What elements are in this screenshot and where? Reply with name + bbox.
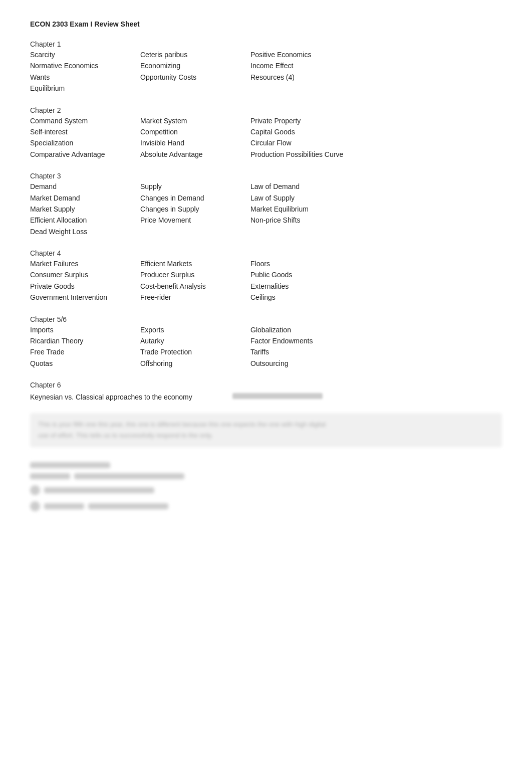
chapter-2-heading: Chapter 2 bbox=[30, 106, 502, 114]
chapter-56-section: Chapter 5/6 Imports Ricardian Theory Fre… bbox=[30, 315, 502, 369]
term: Self-interest bbox=[30, 126, 140, 137]
term: Law of Demand bbox=[250, 181, 401, 192]
chapter-4-col-3: Floors Public Goods Externalities Ceilin… bbox=[250, 258, 401, 303]
term: Specialization bbox=[30, 137, 140, 148]
chapter-3-col-2: Supply Changes in Demand Changes in Supp… bbox=[140, 181, 250, 237]
term: Economizing bbox=[140, 60, 250, 71]
term: Command System bbox=[30, 115, 140, 126]
term: Producer Surplus bbox=[140, 269, 250, 280]
term: Free-rider bbox=[140, 292, 250, 303]
term: Consumer Surplus bbox=[30, 269, 140, 280]
term: Efficient Allocation bbox=[30, 215, 140, 226]
chapter-2-col-1: Command System Self-interest Specializat… bbox=[30, 115, 140, 160]
term: Normative Economics bbox=[30, 60, 140, 71]
term: Supply bbox=[140, 181, 250, 192]
term: Private Goods bbox=[30, 281, 140, 292]
term: Offshoring bbox=[140, 358, 250, 369]
chapter-1-section: Chapter 1 Scarcity Normative Economics W… bbox=[30, 40, 502, 94]
term: Capital Goods bbox=[250, 126, 401, 137]
term: Scarcity bbox=[30, 49, 140, 60]
chapter-3-col-3: Law of Demand Law of Supply Market Equil… bbox=[250, 181, 401, 237]
term: Public Goods bbox=[250, 269, 401, 280]
term: Ceilings bbox=[250, 292, 401, 303]
term: Law of Supply bbox=[250, 192, 401, 204]
term: Equilibrium bbox=[30, 83, 140, 94]
chapter-1-col-3: Positive Economics Income Effect Resourc… bbox=[250, 49, 401, 94]
chapter-6-heading: Chapter 6 bbox=[30, 381, 502, 389]
term: Market Demand bbox=[30, 192, 140, 204]
term: Dead Weight Loss bbox=[30, 226, 140, 237]
blurred-form-section bbox=[30, 462, 502, 514]
chapter-3-section: Chapter 3 Demand Market Demand Market Su… bbox=[30, 172, 502, 237]
term: Efficient Markets bbox=[140, 258, 250, 269]
term: Government Intervention bbox=[30, 292, 140, 303]
term: Externalities bbox=[250, 281, 401, 292]
term: Price Movement bbox=[140, 215, 250, 226]
chapter-3-col-1: Demand Market Demand Market Supply Effic… bbox=[30, 181, 140, 237]
term: Ricardian Theory bbox=[30, 335, 140, 346]
chapter-4-col-1: Market Failures Consumer Surplus Private… bbox=[30, 258, 140, 303]
term: Quotas bbox=[30, 358, 140, 369]
term: Imports bbox=[30, 324, 140, 335]
chapter-4-heading: Chapter 4 bbox=[30, 249, 502, 257]
blurred-text-section: This is your fifth one this year, this o… bbox=[30, 413, 502, 447]
chapter-1-heading: Chapter 1 bbox=[30, 40, 502, 48]
chapter-3-heading: Chapter 3 bbox=[30, 172, 502, 180]
chapter-56-col-1: Imports Ricardian Theory Free Trade Quot… bbox=[30, 324, 140, 369]
page-title: ECON 2303 Exam I Review Sheet bbox=[30, 20, 502, 28]
chapter-1-col-2: Ceteris paribus Economizing Opportunity … bbox=[140, 49, 250, 94]
term: Competition bbox=[140, 126, 250, 137]
term: Outsourcing bbox=[250, 358, 401, 369]
chapter-6-section: Chapter 6 Keynesian vs. Classical approa… bbox=[30, 381, 502, 401]
term: Autarky bbox=[140, 335, 250, 346]
term: Positive Economics bbox=[250, 49, 401, 60]
chapter-2-col-3: Private Property Capital Goods Circular … bbox=[250, 115, 401, 160]
term: Ceteris paribus bbox=[140, 49, 250, 60]
chapter-56-heading: Chapter 5/6 bbox=[30, 315, 502, 323]
term: Market Equilibrium bbox=[250, 204, 401, 215]
term: Wants bbox=[30, 72, 140, 83]
chapter-1-col-1: Scarcity Normative Economics Wants Equil… bbox=[30, 49, 140, 94]
term: Comparative Advantage bbox=[30, 149, 140, 160]
chapter-4-section: Chapter 4 Market Failures Consumer Surpl… bbox=[30, 249, 502, 303]
term: Tariffs bbox=[250, 346, 401, 357]
chapters-container: Chapter 1 Scarcity Normative Economics W… bbox=[30, 40, 502, 514]
term: Non-price Shifts bbox=[250, 215, 401, 226]
term: Trade Protection bbox=[140, 346, 250, 357]
term: Invisible Hand bbox=[140, 137, 250, 148]
term: Changes in Demand bbox=[140, 192, 250, 204]
term: Private Property bbox=[250, 115, 401, 126]
chapter-2-section: Chapter 2 Command System Self-interest S… bbox=[30, 106, 502, 160]
term: Globalization bbox=[250, 324, 401, 335]
term: Market Failures bbox=[30, 258, 140, 269]
chapter-56-col-2: Exports Autarky Trade Protection Offshor… bbox=[140, 324, 250, 369]
chapter-4-col-2: Efficient Markets Producer Surplus Cost-… bbox=[140, 258, 250, 303]
blurred-inline-placeholder bbox=[232, 393, 323, 399]
term: Circular Flow bbox=[250, 137, 401, 148]
term: Cost-benefit Analysis bbox=[140, 281, 250, 292]
chapter-56-col-3: Globalization Factor Endowments Tariffs … bbox=[250, 324, 401, 369]
term: Exports bbox=[140, 324, 250, 335]
term: Demand bbox=[30, 181, 140, 192]
term: Market System bbox=[140, 115, 250, 126]
term: Resources (4) bbox=[250, 72, 401, 83]
term: Absolute Advantage bbox=[140, 149, 250, 160]
chapter-2-col-2: Market System Competition Invisible Hand… bbox=[140, 115, 250, 160]
term: Opportunity Costs bbox=[140, 72, 250, 83]
term: Production Possibilities Curve bbox=[250, 149, 401, 160]
term: Market Supply bbox=[30, 204, 140, 215]
term: Income Effect bbox=[250, 60, 401, 71]
term: Factor Endowments bbox=[250, 335, 401, 346]
keynesian-line: Keynesian vs. Classical approaches to th… bbox=[30, 393, 192, 401]
term: Changes in Supply bbox=[140, 204, 250, 215]
term: Free Trade bbox=[30, 346, 140, 357]
term: Floors bbox=[250, 258, 401, 269]
